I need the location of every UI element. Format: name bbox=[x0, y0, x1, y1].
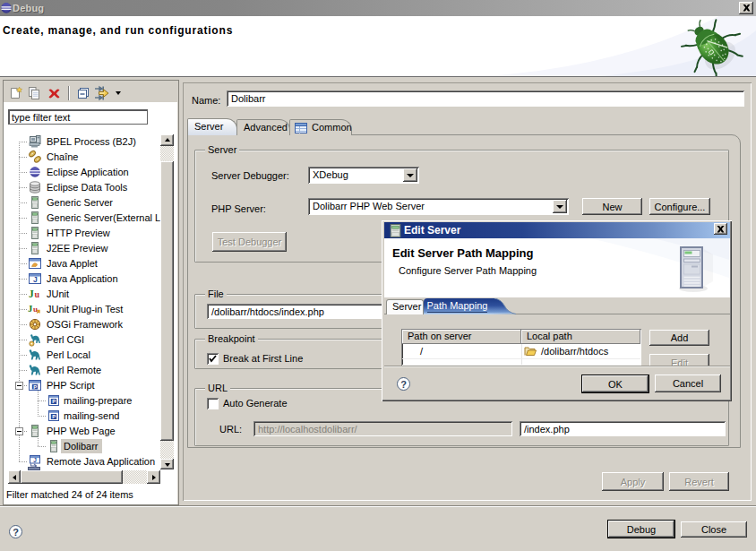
svg-text:J: J bbox=[28, 304, 32, 314]
svg-text:P: P bbox=[33, 384, 37, 390]
svg-text:P: P bbox=[52, 399, 56, 404]
svg-text:J: J bbox=[33, 275, 38, 284]
svg-text:J: J bbox=[33, 457, 37, 463]
svg-text:u: u bbox=[35, 289, 40, 299]
svg-text:J: J bbox=[29, 288, 34, 299]
svg-text:P: P bbox=[52, 414, 56, 419]
